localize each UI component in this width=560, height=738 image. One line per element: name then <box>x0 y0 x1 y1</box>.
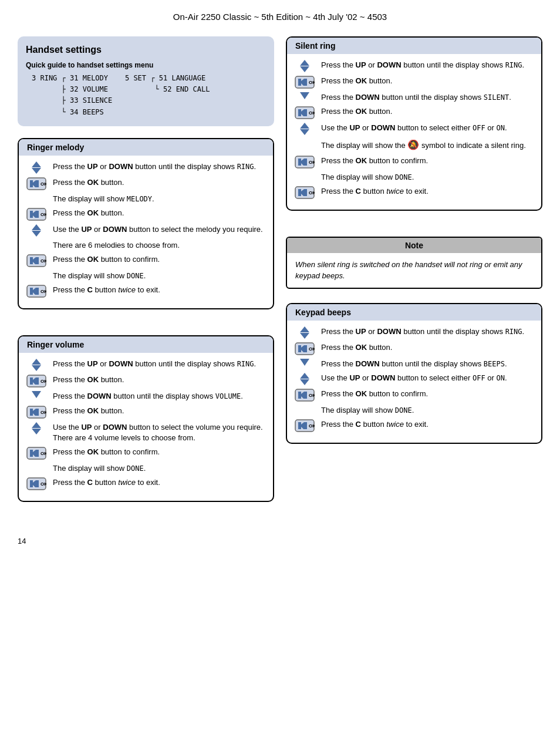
volume-step-8: OK Press the C button twice to exit. <box>26 477 266 490</box>
svg-text:OK: OK <box>41 212 46 217</box>
silent-step-8: The display will show DONE. <box>294 172 534 183</box>
volume-step-4: OK Press the OK button. <box>26 406 266 419</box>
ok-icon-s2: OK <box>294 106 315 119</box>
ok-icon-b3: OK <box>294 419 315 432</box>
svg-text:OK: OK <box>309 160 315 165</box>
ok-icon-4: OK <box>26 285 47 298</box>
melody-step-9: OK Press the C button twice to exit. <box>26 285 266 298</box>
ok-icon-3: OK <box>26 254 47 267</box>
updown-icon-s1 <box>294 60 315 72</box>
down-icon-s1 <box>294 92 315 99</box>
page-header: On-Air 2250 Classic ~ 5th Edition ~ 4th … <box>18 12 542 22</box>
note-body: When silent ring is switched on the hand… <box>287 253 541 288</box>
updown-icon-v1 <box>26 359 47 371</box>
volume-step-1: Press the UP or DOWN button until the di… <box>26 359 266 371</box>
svg-text:OK: OK <box>41 379 46 384</box>
ok-icon-2: OK <box>26 208 47 221</box>
volume-step-5: Use the UP or DOWN button to select the … <box>26 422 266 443</box>
svg-text:OK: OK <box>41 481 46 487</box>
silent-step-7: OK Press the OK button to confirm. <box>294 156 534 169</box>
volume-step-3: Press the DOWN button until the display … <box>26 391 266 402</box>
melody-step-5: Use the UP or DOWN button to select the … <box>26 224 266 237</box>
ok-icon-v1: OK <box>26 375 47 387</box>
beeps-step-5: OK Press the OK button to confirm. <box>294 389 534 402</box>
silent-ring-title: Silent ring <box>287 38 541 54</box>
volume-step-7: The display will show DONE. <box>26 463 266 474</box>
svg-text:OK: OK <box>309 190 315 196</box>
updown-icon-b1 <box>294 326 315 339</box>
svg-text:OK: OK <box>309 346 315 352</box>
svg-text:OK: OK <box>41 451 46 456</box>
melody-step-1: Press the UP or DOWN button until the di… <box>26 161 266 174</box>
silent-step-3: Press the DOWN button until the display … <box>294 92 534 103</box>
melody-step-2: OK Press the OK button. <box>26 177 266 190</box>
svg-text:OK: OK <box>309 80 315 85</box>
silent-step-9: OK Press the C button twice to exit. <box>294 186 534 199</box>
updown-icon-s2 <box>294 123 315 135</box>
ok-icon-b1: OK <box>294 342 315 355</box>
ok-icon-s1: OK <box>294 76 315 89</box>
svg-text:OK: OK <box>309 110 315 116</box>
silent-step-4: OK Press the OK button. <box>294 106 534 119</box>
updown-icon-1 <box>26 161 47 174</box>
svg-text:OK: OK <box>41 410 46 415</box>
beeps-step-7: OK Press the C button twice to exit. <box>294 419 534 432</box>
down-icon-v1 <box>26 391 47 398</box>
volume-step-6: OK Press the OK button to confirm. <box>26 447 266 460</box>
beeps-step-3: Press the DOWN button until the display … <box>294 359 534 369</box>
ringer-volume-title: Ringer volume <box>19 336 273 353</box>
note-box: Note When silent ring is switched on the… <box>286 237 542 289</box>
quick-guide-content: 3 RING ┌ 31 MELODY 5 SET ┌ 51 LANGUAGE ├… <box>32 73 266 118</box>
svg-text:OK: OK <box>309 393 315 398</box>
beeps-step-6: The display will show DONE. <box>294 405 534 416</box>
volume-step-2: OK Press the OK button. <box>26 375 266 387</box>
silent-step-1: Press the UP or DOWN button until the di… <box>294 60 534 72</box>
svg-text:OK: OK <box>41 181 46 187</box>
melody-step-3: The display will show MELODY. <box>26 194 266 204</box>
handset-settings-box: Handset settings Quick guide to handset … <box>18 36 274 126</box>
silent-step-6: The display will show the 🔕 symbol to in… <box>294 139 534 151</box>
silent-step-2: OK Press the OK button. <box>294 76 534 89</box>
ok-icon-s3: OK <box>294 156 315 169</box>
svg-text:OK: OK <box>41 289 46 294</box>
beeps-step-1: Press the UP or DOWN button until the di… <box>294 326 534 339</box>
ringer-melody-section: Ringer melody Press the UP or DOWN butto… <box>18 138 274 322</box>
melody-step-7: OK Press the OK button to confirm. <box>26 254 266 267</box>
ok-icon-1: OK <box>26 177 47 190</box>
ok-icon-v4: OK <box>26 477 47 490</box>
ok-icon-v2: OK <box>26 406 47 419</box>
ok-icon-b2: OK <box>294 389 315 402</box>
down-icon-b1 <box>294 359 315 366</box>
ringer-melody-title: Ringer melody <box>19 139 273 156</box>
keypad-beeps-section: Keypad beeps Press the UP or DOWN button… <box>286 303 542 456</box>
updown-icon-b2 <box>294 373 315 385</box>
melody-step-8: The display will show DONE. <box>26 271 266 281</box>
updown-icon-v2 <box>26 422 47 434</box>
updown-icon-2 <box>26 224 47 237</box>
beeps-step-4: Use the UP or DOWN button to select eith… <box>294 373 534 385</box>
ringer-volume-section: Ringer volume Press the UP or DOWN butto… <box>18 335 274 514</box>
svg-text:OK: OK <box>41 258 46 264</box>
melody-step-4: OK Press the OK button. <box>26 208 266 221</box>
silent-ring-section: Silent ring Press the UP or DOWN button … <box>286 36 542 223</box>
quick-guide-title: Quick guide to handset settings menu <box>26 61 266 69</box>
beeps-step-2: OK Press the OK button. <box>294 342 534 355</box>
keypad-beeps-title: Keypad beeps <box>287 304 541 321</box>
svg-text:OK: OK <box>309 423 315 429</box>
silent-step-5: Use the UP or DOWN button to select eith… <box>294 123 534 135</box>
ok-icon-v3: OK <box>26 447 47 460</box>
handset-settings-title: Handset settings <box>26 45 266 55</box>
note-title: Note <box>287 238 541 253</box>
page-footer: 14 <box>18 537 542 545</box>
melody-step-6: There are 6 melodies to choose from. <box>26 240 266 251</box>
ok-icon-s4: OK <box>294 186 315 199</box>
